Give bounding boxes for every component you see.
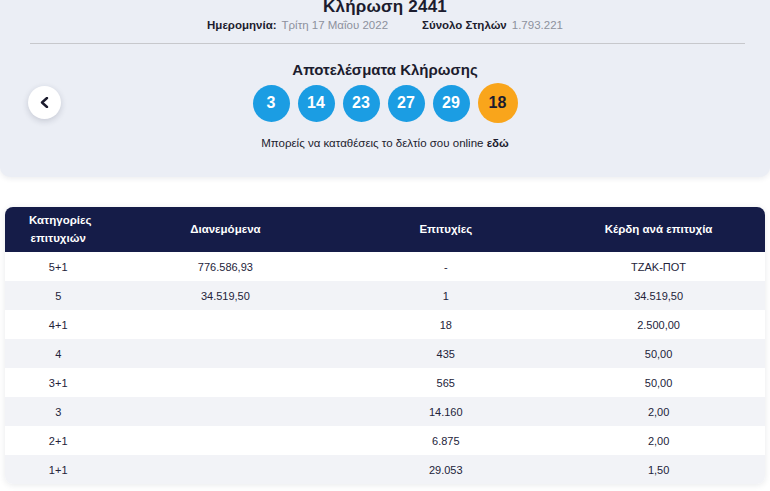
table-row: 5+1 776.586,93 - ΤΖΑΚ-ΠΟΤ [5, 252, 765, 281]
deposit-text: Μπορείς να καταθέσεις το δελτίο σου onli… [261, 137, 486, 149]
number-ball: 27 [388, 85, 425, 122]
category-cell: 2+1 [5, 426, 111, 455]
winnings-table: Κατηγορίες επιτυχιών Διανεμόμενα Επιτυχί… [5, 207, 765, 484]
category-cell: 3 [5, 397, 111, 426]
winners-cell: 6.875 [339, 426, 552, 455]
draw-title: Κλήρωση 2441 [0, 0, 770, 17]
date-label: Ημερομηνία: [207, 19, 277, 31]
winners-cell: 1 [339, 281, 552, 310]
joker-number-ball: 18 [478, 83, 518, 123]
category-cell: 5+1 [5, 252, 111, 281]
winners-cell: - [339, 252, 552, 281]
columns-value: 1.793.221 [512, 19, 563, 31]
deposit-online-line: Μπορείς να καταθέσεις το δελτίο σου onli… [0, 137, 770, 149]
prize-cell: 2.500,00 [552, 310, 765, 339]
table-header-row: Κατηγορίες επιτυχιών Διανεμόμενα Επιτυχί… [5, 207, 765, 252]
header-divider [30, 43, 745, 44]
table-row: 2+1 6.875 2,00 [5, 426, 765, 455]
distributed-cell [111, 310, 339, 339]
winners-cell: 18 [339, 310, 552, 339]
column-header-prize: Κέρδη ανά επιτυχία [552, 207, 765, 252]
draw-meta-row: Ημερομηνία: Τρίτη 17 Μαΐου 2022 Σύνολο Σ… [0, 19, 770, 31]
category-cell: 4+1 [5, 310, 111, 339]
deposit-here-link[interactable]: εδώ [487, 137, 509, 149]
prize-cell: 50,00 [552, 339, 765, 368]
category-cell: 3+1 [5, 368, 111, 397]
table-row: 3 14.160 2,00 [5, 397, 765, 426]
prize-cell: ΤΖΑΚ-ΠΟΤ [552, 252, 765, 281]
prize-cell: 2,00 [552, 397, 765, 426]
category-cell: 5 [5, 281, 111, 310]
distributed-cell [111, 455, 339, 484]
number-ball: 29 [433, 85, 470, 122]
prize-cell: 1,50 [552, 455, 765, 484]
winning-numbers-row: 3 14 23 27 29 18 [0, 83, 770, 123]
date-value: Τρίτη 17 Μαΐου 2022 [282, 19, 389, 31]
prize-cell: 34.519,50 [552, 281, 765, 310]
winners-cell: 565 [339, 368, 552, 397]
prize-cell: 2,00 [552, 426, 765, 455]
table-row: 4 435 50,00 [5, 339, 765, 368]
number-ball: 14 [298, 85, 335, 122]
winners-cell: 14.160 [339, 397, 552, 426]
draw-summary-panel: Κλήρωση 2441 Ημερομηνία: Τρίτη 17 Μαΐου … [0, 0, 770, 177]
column-header-winners: Επιτυχίες [339, 207, 552, 252]
distributed-cell [111, 368, 339, 397]
results-heading: Αποτελέσματα Κλήρωσης [0, 61, 770, 78]
table-row: 5 34.519,50 1 34.519,50 [5, 281, 765, 310]
columns-label: Σύνολο Στηλών [422, 19, 507, 31]
distributed-cell [111, 426, 339, 455]
number-ball: 23 [343, 85, 380, 122]
distributed-cell [111, 397, 339, 426]
distributed-cell: 34.519,50 [111, 281, 339, 310]
distributed-cell: 776.586,93 [111, 252, 339, 281]
column-header-categories: Κατηγορίες επιτυχιών [5, 207, 111, 252]
category-cell: 1+1 [5, 455, 111, 484]
table-row: 1+1 29.053 1,50 [5, 455, 765, 484]
table-row: 4+1 18 2.500,00 [5, 310, 765, 339]
winners-cell: 29.053 [339, 455, 552, 484]
column-header-distributed: Διανεμόμενα [111, 207, 339, 252]
table-row: 3+1 565 50,00 [5, 368, 765, 397]
number-ball: 3 [253, 85, 290, 122]
prize-cell: 50,00 [552, 368, 765, 397]
draw-date: Ημερομηνία: Τρίτη 17 Μαΐου 2022 [207, 19, 388, 31]
distributed-cell [111, 339, 339, 368]
winners-cell: 435 [339, 339, 552, 368]
category-cell: 4 [5, 339, 111, 368]
total-columns: Σύνολο Στηλών 1.793.221 [422, 19, 563, 31]
